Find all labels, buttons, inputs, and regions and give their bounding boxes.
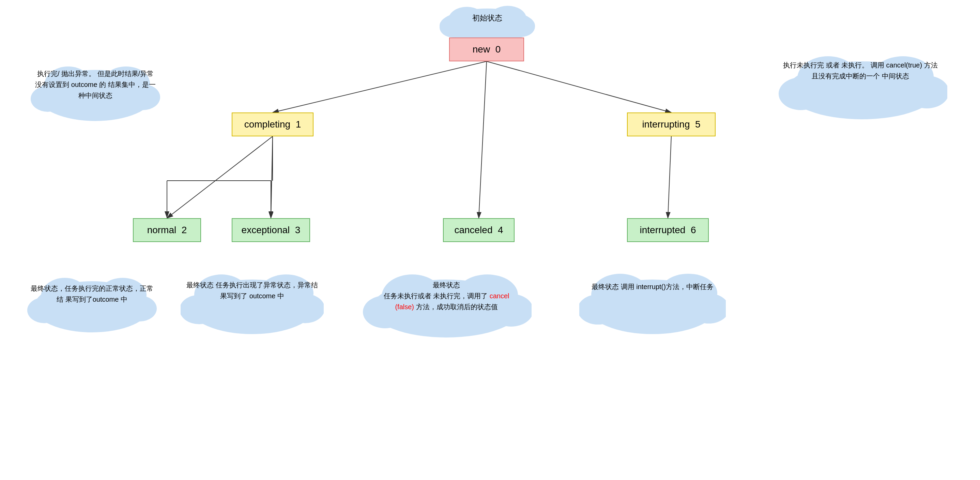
completing-desc-text: 执行完/ 抛出异常。 但是此时结果/异常 没有设置到 outcome 的 结果集… bbox=[34, 68, 157, 101]
state-interrupted: interrupted 6 bbox=[627, 218, 709, 242]
normal-desc-text: 最终状态，任务执行完的正常状态，正常结 果写到了outcome 中 bbox=[31, 283, 153, 305]
state-canceled: canceled 4 bbox=[443, 218, 514, 242]
cancel-red-text: cancel(false) bbox=[395, 292, 509, 311]
initial-state-label: 初始状态 bbox=[439, 12, 535, 24]
state-normal: normal 2 bbox=[133, 218, 201, 242]
interrupted-desc-text: 最终状态 调用 interrupt()方法，中断任务 bbox=[583, 281, 722, 292]
svg-line-4 bbox=[167, 136, 273, 218]
state-exceptional: exceptional 3 bbox=[232, 218, 310, 242]
svg-line-6 bbox=[668, 136, 671, 218]
exceptional-desc-text: 最终状态 任务执行出现了异常状态，异常结果写到了 outcome 中 bbox=[184, 279, 320, 301]
svg-point-26 bbox=[779, 77, 823, 110]
svg-line-5 bbox=[271, 136, 273, 218]
svg-line-1 bbox=[273, 61, 487, 113]
svg-point-46 bbox=[579, 295, 619, 325]
diagram-container: 初始状态 执行完/ 抛出异常。 但是此时结果/异常 没有设置到 outcome … bbox=[0, 0, 980, 480]
canceled-desc-text: 最终状态 任务未执行或者 未执行完，调用了 cancel(false) 方法，成… bbox=[364, 279, 528, 312]
state-interrupting: interrupting 5 bbox=[627, 113, 716, 136]
interrupted-desc-cloud-svg bbox=[579, 270, 726, 344]
state-completing: completing 1 bbox=[232, 113, 313, 136]
svg-line-2 bbox=[479, 61, 487, 218]
state-new: new 0 bbox=[449, 38, 524, 61]
interrupting-desc-text: 执行未执行完 或者 未执行。 调用 cancel(true) 方法且没有完成中断… bbox=[780, 60, 940, 81]
svg-line-3 bbox=[487, 61, 671, 113]
